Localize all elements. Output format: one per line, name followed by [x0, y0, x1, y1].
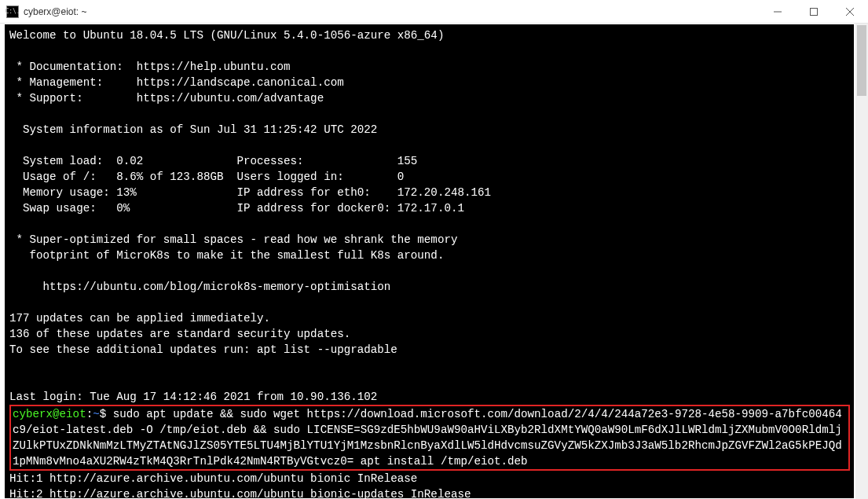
window-title: cyberx@eiot: ~	[24, 6, 87, 17]
terminal-app-icon: C:\.	[6, 6, 19, 18]
updates-line: 136 of these updates are standard securi…	[9, 328, 350, 340]
scrollbar-thumb[interactable]	[857, 25, 866, 96]
maximize-button[interactable]	[796, 0, 832, 24]
welcome-line: Welcome to Ubuntu 18.04.5 LTS (GNU/Linux…	[9, 29, 444, 42]
microk8s-line: * Super-optimized for small spaces - rea…	[9, 233, 457, 246]
sysinfo-row: System load: 0.02 Processes: 155	[9, 155, 417, 167]
vertical-scrollbar[interactable]	[855, 24, 868, 499]
microk8s-line: footprint of MicroK8s to make it the sma…	[9, 249, 444, 262]
updates-line: To see these additional updates run: apt…	[9, 343, 397, 356]
close-button[interactable]	[832, 0, 868, 24]
maximize-icon	[810, 8, 818, 16]
doc-link: * Documentation: https://help.ubuntu.com	[9, 61, 291, 73]
svg-rect-1	[811, 9, 818, 16]
window-titlebar: C:\. cyberx@eiot: ~	[0, 0, 868, 24]
terminal-output[interactable]: Welcome to Ubuntu 18.04.5 LTS (GNU/Linux…	[5, 24, 854, 498]
minimize-icon	[774, 8, 782, 16]
sysinfo-row: Usage of /: 8.6% of 123.88GB Users logge…	[9, 171, 404, 183]
microk8s-url: https://ubuntu.com/blog/microk8s-memory-…	[9, 281, 390, 293]
apt-hit-line: Hit:2 http://azure.archive.ubuntu.com/ub…	[9, 488, 471, 498]
sysinfo-row: Swap usage: 0% IP address for docker0: 1…	[9, 202, 464, 215]
minimize-button[interactable]	[760, 0, 796, 24]
support-link: * Support: https://ubuntu.com/advantage	[9, 92, 324, 105]
sysinfo-row: Memory usage: 13% IP address for eth0: 1…	[9, 186, 491, 199]
mgmt-link: * Management: https://landscape.canonica…	[9, 76, 344, 89]
updates-line: 177 updates can be applied immediately.	[9, 312, 270, 325]
command-text: sudo apt update && sudo wget https://dow…	[13, 408, 842, 468]
window-controls	[760, 0, 868, 24]
prompt-path: ~	[93, 408, 100, 420]
apt-hit-line: Hit:1 http://azure.archive.ubuntu.com/ub…	[9, 472, 417, 485]
prompt-user: cyberx@eiot	[13, 408, 86, 420]
close-icon	[846, 8, 854, 16]
last-login: Last login: Tue Aug 17 14:12:46 2021 fro…	[9, 391, 377, 403]
highlighted-command: cyberx@eiot:~$ sudo apt update && sudo w…	[9, 405, 850, 471]
sysinfo-header: System information as of Sun Jul 31 11:2…	[9, 123, 377, 136]
